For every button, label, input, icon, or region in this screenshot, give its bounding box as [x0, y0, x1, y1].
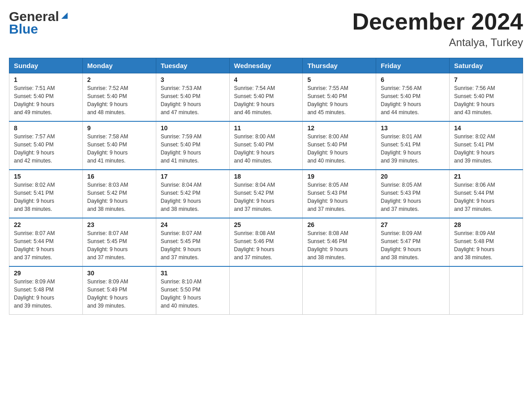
weekday-header-wednesday: Wednesday — [229, 58, 303, 73]
calendar-cell: 7 Sunrise: 7:56 AM Sunset: 5:40 PM Dayli… — [450, 73, 523, 122]
day-info: Sunrise: 7:53 AM Sunset: 5:40 PM Dayligh… — [161, 84, 225, 116]
day-info: Sunrise: 7:51 AM Sunset: 5:40 PM Dayligh… — [14, 84, 78, 116]
day-number: 7 — [454, 76, 518, 83]
calendar-cell: 16 Sunrise: 8:03 AM Sunset: 5:42 PM Dayl… — [82, 170, 156, 218]
calendar-cell: 18 Sunrise: 8:04 AM Sunset: 5:42 PM Dayl… — [229, 170, 303, 218]
day-info: Sunrise: 8:03 AM Sunset: 5:42 PM Dayligh… — [87, 181, 151, 213]
logo-triangle-icon — [60, 11, 69, 21]
week-row-4: 22 Sunrise: 8:07 AM Sunset: 5:44 PM Dayl… — [9, 218, 523, 266]
day-info: Sunrise: 8:07 AM Sunset: 5:45 PM Dayligh… — [161, 229, 225, 261]
day-number: 23 — [87, 221, 151, 228]
weekday-header-thursday: Thursday — [303, 58, 376, 73]
calendar-cell: 29 Sunrise: 8:09 AM Sunset: 5:48 PM Dayl… — [9, 266, 83, 315]
calendar-cell: 1 Sunrise: 7:51 AM Sunset: 5:40 PM Dayli… — [9, 73, 83, 122]
day-number: 2 — [87, 76, 151, 83]
day-number: 4 — [234, 76, 298, 83]
calendar-cell: 15 Sunrise: 8:02 AM Sunset: 5:41 PM Dayl… — [9, 170, 83, 218]
calendar-cell: 22 Sunrise: 8:07 AM Sunset: 5:44 PM Dayl… — [9, 218, 83, 266]
day-number: 10 — [161, 124, 225, 132]
weekday-header-tuesday: Tuesday — [156, 58, 229, 73]
day-number: 22 — [14, 221, 78, 228]
calendar-cell: 17 Sunrise: 8:04 AM Sunset: 5:42 PM Dayl… — [156, 170, 229, 218]
day-info: Sunrise: 8:06 AM Sunset: 5:44 PM Dayligh… — [454, 181, 518, 213]
calendar-cell: 31 Sunrise: 8:10 AM Sunset: 5:50 PM Dayl… — [156, 266, 229, 315]
week-row-1: 1 Sunrise: 7:51 AM Sunset: 5:40 PM Dayli… — [9, 73, 523, 122]
day-info: Sunrise: 8:09 AM Sunset: 5:48 PM Dayligh… — [454, 229, 518, 261]
day-number: 1 — [14, 76, 78, 83]
day-info: Sunrise: 7:57 AM Sunset: 5:40 PM Dayligh… — [14, 133, 78, 165]
calendar-cell: 2 Sunrise: 7:52 AM Sunset: 5:40 PM Dayli… — [82, 73, 156, 122]
day-info: Sunrise: 7:58 AM Sunset: 5:40 PM Dayligh… — [87, 133, 151, 165]
day-number: 25 — [234, 221, 298, 228]
calendar-cell: 4 Sunrise: 7:54 AM Sunset: 5:40 PM Dayli… — [229, 73, 303, 122]
day-number: 18 — [234, 173, 298, 180]
calendar-cell: 5 Sunrise: 7:55 AM Sunset: 5:40 PM Dayli… — [303, 73, 376, 122]
day-info: Sunrise: 7:52 AM Sunset: 5:40 PM Dayligh… — [87, 84, 151, 116]
day-number: 24 — [161, 221, 225, 228]
calendar-cell — [376, 266, 450, 315]
day-number: 11 — [234, 124, 298, 132]
day-number: 19 — [307, 173, 371, 180]
day-number: 27 — [381, 221, 445, 228]
day-info: Sunrise: 7:59 AM Sunset: 5:40 PM Dayligh… — [161, 133, 225, 165]
page-header: General Blue December 2024 Antalya, Turk… — [9, 9, 523, 49]
day-info: Sunrise: 8:07 AM Sunset: 5:45 PM Dayligh… — [87, 229, 151, 261]
day-info: Sunrise: 7:56 AM Sunset: 5:40 PM Dayligh… — [381, 84, 445, 116]
day-number: 14 — [454, 124, 518, 132]
day-info: Sunrise: 8:05 AM Sunset: 5:43 PM Dayligh… — [307, 181, 371, 213]
day-info: Sunrise: 7:54 AM Sunset: 5:40 PM Dayligh… — [234, 84, 298, 116]
day-number: 6 — [381, 76, 445, 83]
calendar-cell: 28 Sunrise: 8:09 AM Sunset: 5:48 PM Dayl… — [450, 218, 523, 266]
day-number: 20 — [381, 173, 445, 180]
calendar-cell: 3 Sunrise: 7:53 AM Sunset: 5:40 PM Dayli… — [156, 73, 229, 122]
calendar-cell: 6 Sunrise: 7:56 AM Sunset: 5:40 PM Dayli… — [376, 73, 450, 122]
calendar-cell: 11 Sunrise: 8:00 AM Sunset: 5:40 PM Dayl… — [229, 121, 303, 170]
day-info: Sunrise: 8:08 AM Sunset: 5:46 PM Dayligh… — [307, 229, 371, 261]
day-number: 12 — [307, 124, 371, 132]
calendar-table: SundayMondayTuesdayWednesdayThursdayFrid… — [9, 58, 523, 315]
calendar-cell — [303, 266, 376, 315]
day-number: 17 — [161, 173, 225, 180]
day-info: Sunrise: 8:09 AM Sunset: 5:49 PM Dayligh… — [87, 278, 151, 310]
calendar-cell: 20 Sunrise: 8:05 AM Sunset: 5:43 PM Dayl… — [376, 170, 450, 218]
day-number: 28 — [454, 221, 518, 228]
calendar-title: December 2024 — [352, 9, 523, 34]
day-number: 8 — [14, 124, 78, 132]
calendar-cell — [229, 266, 303, 315]
day-info: Sunrise: 7:56 AM Sunset: 5:40 PM Dayligh… — [454, 84, 518, 116]
day-info: Sunrise: 8:02 AM Sunset: 5:41 PM Dayligh… — [454, 133, 518, 165]
title-block: December 2024 Antalya, Turkey — [352, 9, 523, 49]
day-info: Sunrise: 8:01 AM Sunset: 5:41 PM Dayligh… — [381, 133, 445, 165]
logo: General Blue — [9, 9, 69, 37]
weekday-header-saturday: Saturday — [450, 58, 523, 73]
day-number: 30 — [87, 270, 151, 277]
calendar-cell: 25 Sunrise: 8:08 AM Sunset: 5:46 PM Dayl… — [229, 218, 303, 266]
calendar-cell: 13 Sunrise: 8:01 AM Sunset: 5:41 PM Dayl… — [376, 121, 450, 170]
logo-blue-text: Blue — [9, 21, 69, 37]
day-info: Sunrise: 7:55 AM Sunset: 5:40 PM Dayligh… — [307, 84, 371, 116]
calendar-subtitle: Antalya, Turkey — [352, 36, 523, 49]
calendar-cell: 19 Sunrise: 8:05 AM Sunset: 5:43 PM Dayl… — [303, 170, 376, 218]
calendar-cell: 23 Sunrise: 8:07 AM Sunset: 5:45 PM Dayl… — [82, 218, 156, 266]
day-info: Sunrise: 8:05 AM Sunset: 5:43 PM Dayligh… — [381, 181, 445, 213]
day-info: Sunrise: 8:07 AM Sunset: 5:44 PM Dayligh… — [14, 229, 78, 261]
day-number: 9 — [87, 124, 151, 132]
calendar-cell — [450, 266, 523, 315]
calendar-cell: 26 Sunrise: 8:08 AM Sunset: 5:46 PM Dayl… — [303, 218, 376, 266]
svg-marker-0 — [61, 13, 68, 19]
calendar-cell: 8 Sunrise: 7:57 AM Sunset: 5:40 PM Dayli… — [9, 121, 83, 170]
day-number: 26 — [307, 221, 371, 228]
calendar-cell: 24 Sunrise: 8:07 AM Sunset: 5:45 PM Dayl… — [156, 218, 229, 266]
day-info: Sunrise: 8:04 AM Sunset: 5:42 PM Dayligh… — [234, 181, 298, 213]
calendar-cell: 21 Sunrise: 8:06 AM Sunset: 5:44 PM Dayl… — [450, 170, 523, 218]
calendar-cell: 27 Sunrise: 8:09 AM Sunset: 5:47 PM Dayl… — [376, 218, 450, 266]
day-info: Sunrise: 8:10 AM Sunset: 5:50 PM Dayligh… — [161, 278, 225, 310]
calendar-cell: 12 Sunrise: 8:00 AM Sunset: 5:40 PM Dayl… — [303, 121, 376, 170]
day-number: 3 — [161, 76, 225, 83]
day-info: Sunrise: 8:09 AM Sunset: 5:47 PM Dayligh… — [381, 229, 445, 261]
day-number: 13 — [381, 124, 445, 132]
calendar-cell: 14 Sunrise: 8:02 AM Sunset: 5:41 PM Dayl… — [450, 121, 523, 170]
week-row-2: 8 Sunrise: 7:57 AM Sunset: 5:40 PM Dayli… — [9, 121, 523, 170]
week-row-3: 15 Sunrise: 8:02 AM Sunset: 5:41 PM Dayl… — [9, 170, 523, 218]
day-number: 29 — [14, 270, 78, 277]
